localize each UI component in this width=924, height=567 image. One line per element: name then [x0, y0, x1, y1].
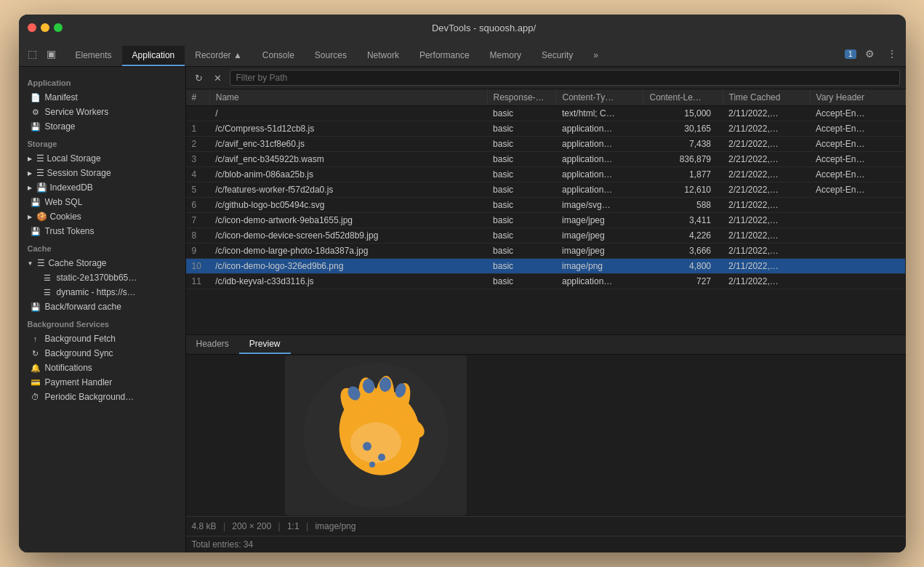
bottom-tab-bar: Headers Preview — [186, 335, 906, 355]
col-header-time[interactable]: Time Cached — [723, 89, 810, 106]
tab-performance[interactable]: Performance — [409, 46, 480, 66]
websql-icon: 💾 — [31, 198, 41, 207]
svg-point-13 — [378, 454, 385, 461]
tab-preview[interactable]: Preview — [239, 335, 291, 354]
tab-console[interactable]: Console — [252, 46, 305, 66]
tab-headers[interactable]: Headers — [186, 335, 239, 354]
close-button[interactable] — [28, 23, 36, 32]
sidebar-item-local-storage[interactable]: ▶ ☰ Local Storage — [19, 151, 185, 166]
settings-icon[interactable]: ⚙ — [862, 46, 878, 62]
cell-content-length: 1,877 — [643, 167, 723, 182]
cell-time-cached: 2/21/2022,… — [723, 137, 810, 152]
cell-content-type: application… — [556, 167, 643, 182]
sidebar-item-bg-sync[interactable]: ↻ Background Sync — [19, 346, 185, 361]
cell-content-length: 30,165 — [643, 121, 723, 137]
tab-elements[interactable]: Elements — [65, 46, 122, 66]
tab-network[interactable]: Network — [357, 46, 409, 66]
cell-name: / — [209, 106, 487, 121]
filter-input[interactable] — [230, 70, 900, 86]
sidebar-item-periodic-bg[interactable]: ⏱ Periodic Background… — [19, 390, 185, 404]
sidebar-item-service-workers[interactable]: ⚙ Service Workers — [19, 105, 185, 119]
cell-content-type: application… — [556, 182, 643, 198]
tab-icon-group: ⬚ ▣ — [25, 46, 60, 66]
file-icon: 📄 — [31, 93, 41, 102]
cell-vary — [810, 213, 905, 228]
more-options-icon[interactable]: ⋮ — [884, 46, 900, 62]
tab-right-controls: 1 ⚙ ⋮ — [845, 46, 900, 66]
cell-num: 11 — [186, 274, 210, 289]
preview-area — [186, 355, 906, 516]
periodic-icon: ⏱ — [31, 393, 41, 401]
sidebar-item-cache-static[interactable]: ☰ static-2e1370bb65… — [19, 270, 185, 285]
cell-num: 10 — [186, 259, 210, 274]
cell-response: basic — [487, 106, 556, 121]
col-header-vary[interactable]: Vary Header — [810, 89, 905, 106]
cell-vary: Accept-En… — [810, 106, 905, 121]
squoosh-logo-svg — [303, 363, 449, 508]
table-row[interactable]: 5 /c/features-worker-f57d2da0.js basic a… — [186, 182, 906, 198]
sidebar-section-storage: Storage — [19, 134, 185, 151]
cell-response: basic — [487, 213, 556, 228]
sidebar-item-notifications[interactable]: 🔔 Notifications — [19, 361, 185, 375]
cell-content-type: application… — [556, 137, 643, 152]
cell-name: /c/icon-demo-large-photo-18da387a.jpg — [209, 244, 487, 259]
cell-response: basic — [487, 244, 556, 259]
table-row[interactable]: 2 /c/avif_enc-31cf8e60.js basic applicat… — [186, 137, 906, 152]
col-header-name[interactable]: Name — [209, 89, 487, 106]
sidebar-item-cache-dynamic[interactable]: ☰ dynamic - https://s… — [19, 285, 185, 299]
cell-vary: Accept-En… — [810, 152, 905, 167]
cell-time-cached: 2/11/2022,… — [723, 259, 810, 274]
cell-content-type: image/png — [556, 259, 643, 274]
tab-more[interactable]: » — [583, 46, 608, 66]
svg-point-14 — [369, 462, 375, 467]
sidebar-item-cache-storage[interactable]: ▼ ☰ Cache Storage — [19, 256, 185, 270]
tab-security[interactable]: Security — [531, 46, 583, 66]
devtools-window: DevTools - squoosh.app/ ⬚ ▣ Elements App… — [19, 15, 906, 552]
table-row[interactable]: / basic text/html; C… 15,000 2/11/2022,…… — [186, 106, 906, 121]
cursor-icon[interactable]: ⬚ — [25, 46, 41, 62]
sidebar-item-indexeddb[interactable]: ▶ 💾 IndexedDB — [19, 180, 185, 195]
main-content: Application 📄 Manifest ⚙ Service Workers… — [19, 67, 906, 552]
data-table-wrapper[interactable]: # Name Response-… Content-Ty… Content-Le… — [186, 89, 906, 334]
window-title: DevTools - squoosh.app/ — [71, 23, 897, 33]
device-icon[interactable]: ▣ — [44, 46, 60, 62]
sidebar-item-cookies[interactable]: ▶ 🍪 Cookies — [19, 209, 185, 224]
sidebar: Application 📄 Manifest ⚙ Service Workers… — [19, 67, 186, 552]
table-row[interactable]: 8 /c/icon-demo-device-screen-5d52d8b9.jp… — [186, 228, 906, 244]
maximize-button[interactable] — [54, 23, 63, 32]
table-row[interactable]: 4 /c/blob-anim-086aa25b.js basic applica… — [186, 167, 906, 182]
tab-recorder[interactable]: Recorder ▲ — [185, 46, 252, 66]
sidebar-item-manifest[interactable]: 📄 Manifest — [19, 90, 185, 105]
total-entries: Total entries: 34 — [186, 536, 906, 552]
table-row[interactable]: 9 /c/icon-demo-large-photo-18da387a.jpg … — [186, 244, 906, 259]
minimize-button[interactable] — [41, 23, 49, 32]
sidebar-item-storage-app[interactable]: 💾 Storage — [19, 119, 185, 134]
sidebar-item-trust-tokens[interactable]: 💾 Trust Tokens — [19, 224, 185, 238]
table-row[interactable]: 1 /c/Compress-51d12cb8.js basic applicat… — [186, 121, 906, 137]
cell-time-cached: 2/11/2022,… — [723, 198, 810, 213]
col-header-content-type[interactable]: Content-Ty… — [556, 89, 643, 106]
refresh-button[interactable]: ↻ — [192, 71, 206, 85]
sidebar-item-web-sql[interactable]: 💾 Web SQL — [19, 195, 185, 209]
table-row[interactable]: 7 /c/icon-demo-artwork-9eba1655.jpg basi… — [186, 213, 906, 228]
table-row[interactable]: 3 /c/avif_enc-b345922b.wasm basic applic… — [186, 152, 906, 167]
col-header-content-length[interactable]: Content-Le… — [643, 89, 723, 106]
cell-num: 6 — [186, 198, 210, 213]
sidebar-item-back-forward[interactable]: 💾 Back/forward cache — [19, 299, 185, 314]
table-row[interactable]: 11 /c/idb-keyval-c33d3116.js basic appli… — [186, 274, 906, 289]
sidebar-item-bg-fetch[interactable]: ↑ Background Fetch — [19, 331, 185, 346]
cell-num: 8 — [186, 228, 210, 244]
sidebar-item-session-storage[interactable]: ▶ ☰ Session Storage — [19, 166, 185, 180]
expand-icon: ▶ — [28, 170, 32, 177]
table-row[interactable]: 10 /c/icon-demo-logo-326ed9b6.png basic … — [186, 259, 906, 274]
tab-sources[interactable]: Sources — [305, 46, 357, 66]
tab-memory[interactable]: Memory — [480, 46, 531, 66]
col-header-response[interactable]: Response-… — [487, 89, 556, 106]
tab-badge: 1 — [845, 49, 856, 59]
cell-name: /c/icon-demo-artwork-9eba1655.jpg — [209, 213, 487, 228]
clear-button[interactable]: ✕ — [211, 71, 225, 85]
table-row[interactable]: 6 /c/github-logo-bc05494c.svg basic imag… — [186, 198, 906, 213]
tab-application[interactable]: Application — [122, 46, 185, 66]
sidebar-item-payment-handler[interactable]: 💳 Payment Handler — [19, 375, 185, 390]
cell-response: basic — [487, 167, 556, 182]
